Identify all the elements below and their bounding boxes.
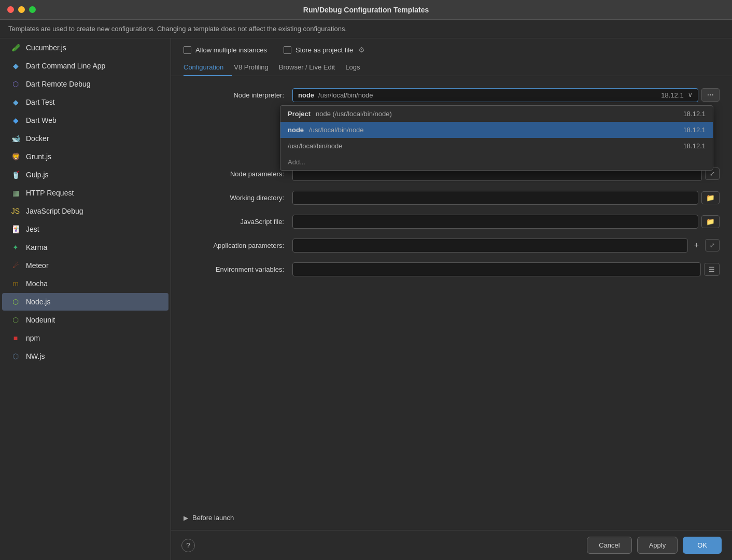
http-request-icon: ▦ xyxy=(10,188,21,198)
store-as-project-file-label: Store as project file xyxy=(295,46,353,54)
sidebar-item-gulp[interactable]: 🥤Gulp.js xyxy=(2,166,168,184)
nodejs-icon: ⬡ xyxy=(10,297,21,307)
help-button[interactable]: ? xyxy=(181,539,195,552)
environment-variables-input[interactable] xyxy=(292,262,701,276)
application-parameters-control: + ⤢ xyxy=(292,239,720,253)
javascript-file-label: JavaScript file: xyxy=(184,218,292,226)
dropdown-arrow-icon: ∨ xyxy=(688,91,693,99)
node-interpreter-more-button[interactable]: ··· xyxy=(701,88,720,102)
sidebar-item-nodejs[interactable]: ⬡Node.js xyxy=(2,293,168,311)
footer: ? Cancel Apply OK xyxy=(171,530,732,560)
nwjs-label: NW.js xyxy=(26,352,45,360)
maximize-button[interactable] xyxy=(29,6,36,13)
cancel-button[interactable]: Cancel xyxy=(587,537,631,554)
sidebar-item-http-request[interactable]: ▦HTTP Request xyxy=(2,184,168,202)
allow-multiple-instances-option[interactable]: Allow multiple instances xyxy=(184,46,267,54)
sidebar-item-js-debug[interactable]: JSJavaScript Debug xyxy=(2,202,168,220)
store-as-project-file-option[interactable]: Store as project file ⚙ xyxy=(284,46,365,54)
docker-icon: 🐋 xyxy=(10,133,21,144)
ok-button[interactable]: OK xyxy=(683,537,722,554)
application-parameters-label: Application parameters: xyxy=(184,242,292,249)
dropdown-item-node-local[interactable]: node /usr/local/bin/node18.12.1 xyxy=(280,122,713,138)
sidebar-item-dart-test[interactable]: ◆Dart Test xyxy=(2,93,168,111)
traffic-lights xyxy=(7,6,36,13)
before-launch-row[interactable]: ▶ Before launch xyxy=(184,514,720,522)
javascript-file-input[interactable] xyxy=(292,215,698,229)
info-text: Templates are used to create new configu… xyxy=(8,25,347,33)
js-debug-icon: JS xyxy=(10,206,21,216)
node-interpreter-label: Node interpreter: xyxy=(184,91,292,99)
allow-multiple-instances-checkbox[interactable] xyxy=(184,46,191,54)
jest-label: Jest xyxy=(26,225,39,233)
tab-browser-live-edit[interactable]: Browser / Live Edit xyxy=(277,59,343,76)
application-parameters-expand-button[interactable]: ⤢ xyxy=(705,239,720,251)
karma-label: Karma xyxy=(26,243,47,251)
sidebar-item-npm[interactable]: ■npm xyxy=(2,329,168,347)
environment-variables-list-button[interactable]: ☰ xyxy=(704,263,720,276)
sidebar-item-nwjs[interactable]: ⬡NW.js xyxy=(2,347,168,365)
application-parameters-row: Application parameters: + ⤢ xyxy=(184,237,720,254)
help-icon: ? xyxy=(186,541,190,550)
dropdown-item-bold-label: Project xyxy=(288,110,311,118)
node-interpreter-path: /usr/local/bin/node xyxy=(318,91,373,99)
node-interpreter-dropdown: Project node (/usr/local/bin/node)18.12.… xyxy=(280,105,713,171)
sidebar-item-nodeunit[interactable]: ⬡Nodeunit xyxy=(2,311,168,329)
gear-icon[interactable]: ⚙ xyxy=(358,46,365,54)
sidebar-item-dart-web[interactable]: ◆Dart Web xyxy=(2,111,168,129)
before-launch-section: ▶ Before launch xyxy=(171,506,732,530)
sidebar-item-karma[interactable]: ✦Karma xyxy=(2,239,168,256)
environment-variables-row: Environment variables: ☰ xyxy=(184,261,720,277)
dart-test-icon: ◆ xyxy=(10,97,21,107)
docker-label: Docker xyxy=(26,134,49,143)
sidebar-item-grunt[interactable]: 🦁Grunt.js xyxy=(2,148,168,165)
mocha-icon: m xyxy=(10,278,21,289)
store-as-project-file-checkbox[interactable] xyxy=(284,46,291,54)
application-parameters-plus-button[interactable]: + xyxy=(691,239,702,252)
cucumber-js-label: Cucumber.js xyxy=(26,44,66,52)
sidebar-item-docker[interactable]: 🐋Docker xyxy=(2,130,168,147)
dropdown-item-add[interactable]: Add... xyxy=(280,154,713,170)
dropdown-item-bold-label: node xyxy=(288,126,304,134)
sidebar-item-meteor[interactable]: ☄Meteor xyxy=(2,257,168,274)
meteor-label: Meteor xyxy=(26,261,49,270)
dropdown-item-project[interactable]: Project node (/usr/local/bin/node)18.12.… xyxy=(280,106,713,122)
nodejs-label: Node.js xyxy=(26,298,50,306)
info-bar: Templates are used to create new configu… xyxy=(0,20,732,38)
dropdown-item-path-label: /usr/local/bin/node xyxy=(309,126,364,134)
title-bar: Run/Debug Configuration Templates xyxy=(0,0,732,20)
sidebar-item-jest[interactable]: 🃏Jest xyxy=(2,220,168,238)
sidebar-item-dart-remote[interactable]: ⬡Dart Remote Debug xyxy=(2,75,168,93)
node-interpreter-select[interactable]: node /usr/local/bin/node 18.12.1 ∨ xyxy=(292,88,698,102)
grunt-icon: 🦁 xyxy=(10,151,21,162)
tab-v8-profiling[interactable]: V8 Profiling xyxy=(232,59,276,76)
nwjs-icon: ⬡ xyxy=(10,351,21,361)
dart-web-icon: ◆ xyxy=(10,115,21,125)
environment-variables-control: ☰ xyxy=(292,262,720,276)
main-content: 🥒Cucumber.js◆Dart Command Line App⬡Dart … xyxy=(0,38,732,560)
sidebar-item-dart-cmd[interactable]: ◆Dart Command Line App xyxy=(2,57,168,75)
javascript-file-control: 📁 xyxy=(292,215,720,229)
dart-cmd-icon: ◆ xyxy=(10,61,21,71)
allow-multiple-instances-label: Allow multiple instances xyxy=(195,46,267,54)
close-button[interactable] xyxy=(7,6,14,13)
node-interpreter-bold: node xyxy=(298,91,314,99)
sidebar-item-cucumber-js[interactable]: 🥒Cucumber.js xyxy=(2,39,168,57)
dropdown-item-path-only[interactable]: /usr/local/bin/node18.12.1 xyxy=(280,138,713,154)
npm-icon: ■ xyxy=(10,333,21,343)
dropdown-item-version: 18.12.1 xyxy=(683,110,706,118)
javascript-file-folder-button[interactable]: 📁 xyxy=(701,215,720,228)
dart-web-label: Dart Web xyxy=(26,116,57,124)
working-directory-folder-button[interactable]: 📁 xyxy=(701,191,720,204)
tab-configuration[interactable]: Configuration xyxy=(184,59,232,76)
node-interpreter-version: 18.12.1 xyxy=(661,91,683,99)
application-parameters-input[interactable] xyxy=(292,239,688,253)
sidebar-item-mocha[interactable]: mMocha xyxy=(2,275,168,292)
gulp-label: Gulp.js xyxy=(26,171,49,179)
gulp-icon: 🥤 xyxy=(10,170,21,180)
working-directory-input[interactable] xyxy=(292,191,698,205)
apply-button[interactable]: Apply xyxy=(637,537,678,554)
tab-logs[interactable]: Logs xyxy=(343,59,368,76)
minimize-button[interactable] xyxy=(18,6,25,13)
select-field-text: node /usr/local/bin/node xyxy=(298,91,373,99)
dropdown-item-path-label: node (/usr/local/bin/node) xyxy=(316,110,392,118)
